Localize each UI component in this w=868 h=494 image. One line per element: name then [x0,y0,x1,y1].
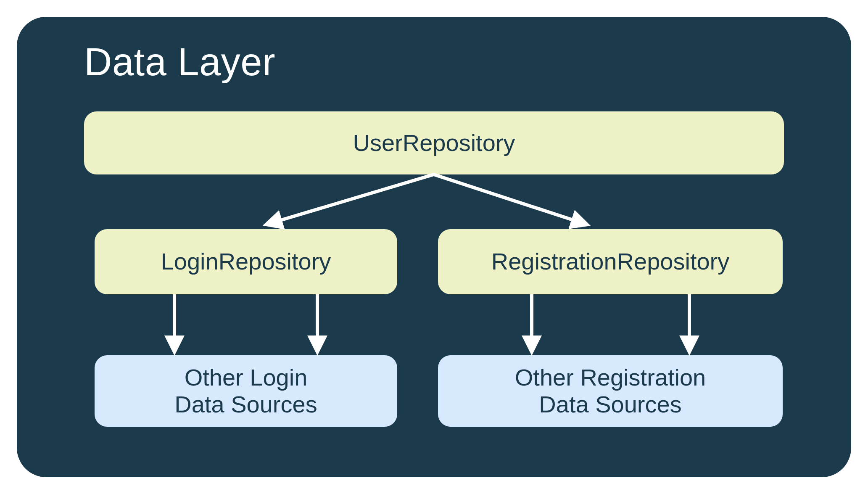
branch-arrows [269,174,584,224]
line2: Data Sources [515,391,706,418]
arrow-user-to-login [269,174,434,224]
data-layer-panel: Data Layer UserRepository LoginRepositor… [17,17,851,477]
node-registration-repository: RegistrationRepository [438,229,783,294]
node-label: UserRepository [353,129,515,156]
line2: Data Sources [174,391,317,418]
node-label-multiline: Other Registration Data Sources [515,364,706,418]
node-login-repository: LoginRepository [95,229,397,294]
registration-down-arrows [532,294,689,349]
node-label: RegistrationRepository [491,248,729,275]
node-user-repository: UserRepository [84,111,784,174]
node-registration-data-sources: Other Registration Data Sources [438,355,783,427]
panel-title: Data Layer [84,40,275,84]
login-down-arrows [174,294,317,349]
arrow-user-to-registration [434,174,584,224]
node-label: LoginRepository [161,248,331,275]
node-login-data-sources: Other Login Data Sources [95,355,397,427]
line1: Other Login [174,364,317,391]
node-label-multiline: Other Login Data Sources [174,364,317,418]
line1: Other Registration [515,364,706,391]
